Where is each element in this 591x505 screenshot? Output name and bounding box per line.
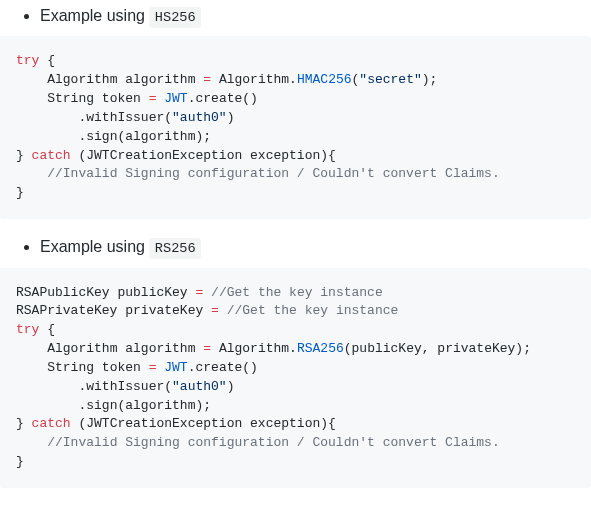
code-token: Algorithm bbox=[47, 341, 117, 356]
code-token: withIssuer( bbox=[86, 110, 172, 125]
code-token: = bbox=[203, 72, 211, 87]
code-token: = bbox=[203, 341, 211, 356]
document-content: Example using HS256 try { Algorithm algo… bbox=[0, 4, 591, 505]
code-token: String bbox=[47, 91, 94, 106]
code-token: create() bbox=[195, 360, 257, 375]
code-token: (JWTCreationException exception){ bbox=[71, 416, 336, 431]
code-token: //Invalid Signing configuration / Couldn… bbox=[47, 166, 499, 181]
code-token: (publicKey, privateKey); bbox=[344, 341, 531, 356]
code-token: { bbox=[39, 53, 55, 68]
code-token bbox=[16, 435, 47, 450]
code-token: publicKey bbox=[110, 285, 196, 300]
code-token: Algorithm bbox=[47, 72, 117, 87]
code-token: token bbox=[94, 91, 149, 106]
code-token bbox=[16, 129, 78, 144]
code-token: Algorithm bbox=[219, 72, 289, 87]
code-token: RSAPublicKey bbox=[16, 285, 110, 300]
code-token bbox=[219, 303, 227, 318]
code-token bbox=[16, 398, 78, 413]
algo-tag-hs256: HS256 bbox=[149, 7, 201, 27]
code-token: } bbox=[16, 148, 32, 163]
code-token bbox=[16, 72, 47, 87]
code-token: ) bbox=[227, 110, 235, 125]
code-token: = bbox=[211, 303, 219, 318]
example-bullet-hs256: Example using HS256 bbox=[40, 4, 591, 28]
example-label-text: Example using bbox=[40, 238, 149, 255]
code-token: (JWTCreationException exception){ bbox=[71, 148, 336, 163]
code-token bbox=[211, 72, 219, 87]
code-token: "secret" bbox=[359, 72, 421, 87]
code-token: token bbox=[94, 360, 149, 375]
code-token bbox=[16, 91, 47, 106]
code-token: //Get the key instance bbox=[211, 285, 383, 300]
code-token: JWT bbox=[164, 360, 187, 375]
example-list: Example using RS256 bbox=[0, 235, 591, 259]
code-token: ); bbox=[422, 72, 438, 87]
code-token: "auth0" bbox=[172, 110, 227, 125]
code-token: //Get the key instance bbox=[227, 303, 399, 318]
example-label-text: Example using bbox=[40, 7, 149, 24]
code-token: "auth0" bbox=[172, 379, 227, 394]
code-token: catch bbox=[32, 416, 71, 431]
code-token: HMAC256 bbox=[297, 72, 352, 87]
code-token: create() bbox=[195, 91, 257, 106]
code-token: algorithm bbox=[117, 341, 203, 356]
code-token bbox=[16, 166, 47, 181]
code-token: sign(algorithm); bbox=[86, 398, 211, 413]
code-token: try bbox=[16, 322, 39, 337]
code-token bbox=[211, 341, 219, 356]
code-token: //Invalid Signing configuration / Couldn… bbox=[47, 435, 499, 450]
algo-tag-rs256: RS256 bbox=[149, 238, 201, 258]
code-token: . bbox=[289, 72, 297, 87]
code-token: } bbox=[16, 185, 24, 200]
code-token bbox=[203, 285, 211, 300]
code-token: } bbox=[16, 454, 24, 469]
code-block-hs256: try { Algorithm algorithm = Algorithm.HM… bbox=[0, 36, 591, 219]
code-token: ) bbox=[227, 379, 235, 394]
code-token: privateKey bbox=[117, 303, 211, 318]
code-token: try bbox=[16, 53, 39, 68]
example-list: Example using HS256 bbox=[0, 4, 591, 28]
code-token: . bbox=[289, 341, 297, 356]
code-token: { bbox=[39, 322, 55, 337]
code-token: RSA256 bbox=[297, 341, 344, 356]
code-token: } bbox=[16, 416, 32, 431]
code-token bbox=[16, 379, 78, 394]
code-token: JWT bbox=[164, 91, 187, 106]
code-token: RSAPrivateKey bbox=[16, 303, 117, 318]
code-token: catch bbox=[32, 148, 71, 163]
code-token bbox=[16, 341, 47, 356]
code-token bbox=[16, 360, 47, 375]
code-token: Algorithm bbox=[219, 341, 289, 356]
code-token: String bbox=[47, 360, 94, 375]
code-token bbox=[16, 110, 78, 125]
example-bullet-rs256: Example using RS256 bbox=[40, 235, 591, 259]
code-token: sign(algorithm); bbox=[86, 129, 211, 144]
code-token: algorithm bbox=[117, 72, 203, 87]
code-token: withIssuer( bbox=[86, 379, 172, 394]
code-block-rs256: RSAPublicKey publicKey = //Get the key i… bbox=[0, 268, 591, 488]
